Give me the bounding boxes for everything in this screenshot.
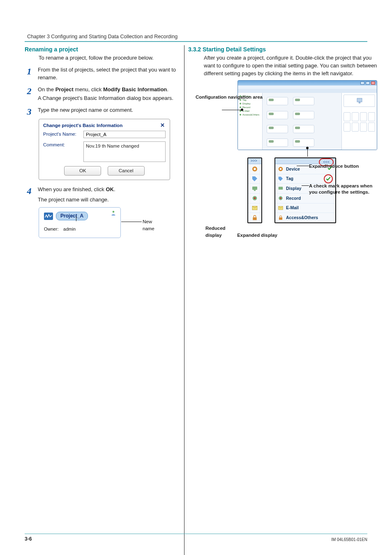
side-thumb[interactable] (360, 123, 367, 132)
expand-toggle[interactable]: >>> (248, 158, 261, 164)
new-name-callout: New name (143, 218, 154, 232)
heading-start-detail: 3.3.2 Starting Detail Settings (188, 45, 377, 53)
text: A Change project's Basic Information dia… (38, 95, 181, 102)
minimize-icon[interactable] (360, 81, 364, 85)
nav-label: Record (286, 195, 301, 201)
nav-item[interactable]: Record (242, 106, 250, 109)
nav-icon-email[interactable] (248, 203, 261, 213)
label-project-name: Project's Name: (43, 131, 80, 138)
text: . (114, 186, 115, 192)
project-name: Project_A (60, 213, 83, 219)
app-side-panel (341, 93, 377, 150)
svg-rect-17 (279, 217, 282, 220)
text: . (167, 86, 168, 92)
label-expanded-display: Expanded display (237, 233, 277, 238)
owner-value: admin (63, 227, 76, 231)
intro-text: To rename a project, follow the procedur… (39, 54, 181, 62)
heading-renaming: Renaming a project (25, 45, 181, 53)
step-number: 1 (25, 67, 34, 76)
chapter-header: Chapter 3 Configuring and Starting Data … (25, 33, 367, 42)
nav-label: Display (286, 185, 301, 192)
callout-line (307, 149, 308, 157)
textarea-comment[interactable]: Nov.19 th Name changed (83, 141, 166, 162)
text-bold: Project (55, 86, 74, 92)
input-project-name[interactable] (83, 131, 166, 138)
side-thumb[interactable] (360, 112, 367, 121)
nav-item[interactable]: Access&Others (242, 113, 259, 117)
text: On the (38, 86, 55, 92)
navigator-reduced: >>> (247, 157, 262, 223)
svg-point-12 (280, 168, 282, 170)
svg-point-8 (254, 197, 256, 199)
column-divider (184, 45, 184, 555)
step-3: 3 Type the new project name or comment. (25, 106, 181, 116)
ok-button[interactable]: OK (64, 166, 101, 176)
step-number: 2 (25, 87, 34, 96)
side-thumb[interactable] (352, 112, 359, 121)
side-thumb[interactable] (344, 123, 350, 132)
nav-row-tag[interactable]: Tag (275, 174, 335, 184)
nav-icon-tag[interactable] (248, 174, 261, 184)
app-titlebar (238, 81, 377, 86)
side-thumb[interactable] (352, 123, 359, 132)
svg-point-0 (113, 211, 115, 213)
nav-label: Tag (286, 176, 293, 182)
svg-point-4 (254, 168, 256, 170)
setting-card[interactable] (293, 139, 314, 147)
setting-card[interactable] (267, 111, 288, 119)
svg-rect-6 (254, 190, 256, 191)
callout-line (302, 185, 309, 186)
owner-label: Owner: (44, 226, 62, 233)
setting-card[interactable] (293, 125, 314, 133)
step-2: 2 On the Project menu, click Modify Basi… (25, 86, 181, 102)
maximize-icon[interactable] (366, 81, 370, 85)
step-1: 1 From the list of projects, select the … (25, 66, 181, 82)
callout-line (222, 110, 242, 110)
callout-dot (241, 109, 243, 111)
callout-line (76, 216, 76, 221)
project-name-bubble: Project_A (56, 212, 88, 220)
nav-icon-device[interactable] (248, 164, 261, 174)
svg-rect-5 (252, 186, 257, 190)
text: menu, click (74, 86, 103, 92)
nav-row-email[interactable]: E-Mail (275, 203, 335, 213)
app-menubar[interactable] (238, 86, 377, 89)
svg-point-15 (280, 198, 281, 199)
nav-item[interactable]: E-Mail (242, 109, 249, 113)
user-icon (111, 210, 116, 218)
callout-expand-button: Expand/reduce button (309, 163, 359, 169)
nav-icon-display[interactable] (248, 183, 261, 193)
svg-rect-2 (359, 102, 360, 103)
nav-icon-record[interactable] (248, 193, 261, 203)
side-thumb[interactable] (368, 112, 375, 121)
callout-config-nav: Configuration navigation area (196, 94, 263, 100)
setting-card[interactable] (293, 111, 314, 119)
svg-rect-10 (253, 217, 256, 220)
nav-row-access[interactable]: Access&Others (275, 213, 335, 222)
svg-rect-13 (279, 187, 283, 190)
app-navigator[interactable]: Device Tag Display Record E-Mail Access&… (238, 93, 263, 150)
app-setting-page (263, 93, 341, 150)
step-number: 3 (25, 107, 34, 116)
setting-card[interactable] (293, 97, 314, 105)
setting-card[interactable] (267, 97, 288, 105)
app-toolbar[interactable] (238, 89, 377, 93)
setting-card[interactable] (267, 125, 288, 133)
nav-item[interactable]: Display (242, 102, 251, 106)
setting-card[interactable] (267, 139, 288, 147)
callout-dot (306, 147, 309, 149)
close-icon[interactable]: ✕ (159, 122, 166, 130)
nav-icon-access[interactable] (248, 213, 261, 222)
doc-id: IM 04L65B01-01EN (331, 537, 367, 543)
side-preview (344, 95, 375, 107)
close-icon[interactable] (371, 81, 375, 85)
side-thumb[interactable] (368, 123, 375, 132)
nav-label: E-Mail (286, 205, 299, 211)
page-footer: 3-6 IM 04L65B01-01EN (25, 534, 367, 543)
step-4: 4 When you are finished, click OK. The p… (25, 186, 181, 204)
page-number: 3-6 (25, 536, 32, 543)
label-comment: Comment: (43, 141, 80, 148)
side-thumb[interactable] (344, 112, 350, 121)
checkmark-icon (324, 174, 333, 183)
cancel-button[interactable]: Cancel (108, 166, 145, 176)
